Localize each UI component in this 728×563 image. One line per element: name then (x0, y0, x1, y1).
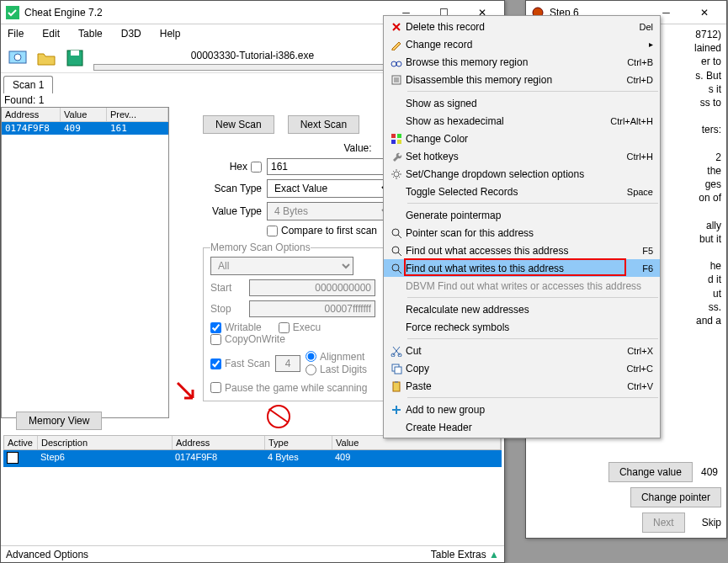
menu-item-find-out-what-accesses-this-address[interactable]: Find out what accesses this addressF5 (384, 242, 660, 259)
open-process-button[interactable] (6, 46, 29, 70)
menu-item-delete-this-record[interactable]: Delete this recordDel (384, 18, 660, 35)
svg-rect-10 (397, 134, 401, 138)
col-value[interactable]: Value (61, 108, 107, 121)
result-row[interactable]: 0174F9F8 409 161 (2, 122, 168, 135)
close-button[interactable]: ✕ (685, 2, 723, 24)
menu-item-add-to-new-group[interactable]: Add to new group (384, 401, 660, 418)
pause-checkbox[interactable] (210, 382, 221, 393)
context-menu: Delete this recordDelChange recordBrowse… (383, 15, 661, 438)
magnifier-icon (387, 245, 406, 257)
svg-rect-11 (391, 140, 396, 144)
menu-item-copy[interactable]: CopyCtrl+C (384, 359, 660, 377)
col-description[interactable]: Description (38, 436, 173, 449)
menu-item-dbvm-find-out-what-writes-or-accesses-this-address: DBVM Find out what writes or accesses th… (384, 277, 660, 295)
menu-item-recalculate-new-addresses[interactable]: Recalculate new addresses (384, 300, 660, 318)
edit-icon (387, 39, 406, 50)
svg-point-3 (14, 54, 21, 61)
mso-range-select[interactable]: All (210, 257, 353, 275)
memory-view-button[interactable]: Memory View (16, 412, 102, 430)
menu-item-set-hotkeys[interactable]: Set hotkeysCtrl+H (384, 147, 660, 165)
gear-icon (387, 168, 406, 180)
executable-checkbox[interactable] (279, 322, 290, 333)
skip-link[interactable]: Skip (702, 517, 721, 528)
menu-item-toggle-selected-records[interactable]: Toggle Selected RecordsSpace (384, 183, 660, 200)
magnifier-icon (387, 263, 406, 274)
disasm-icon (387, 74, 406, 86)
plus-icon (387, 404, 406, 416)
no-cheats-icon (267, 405, 290, 428)
fastscan-value[interactable] (275, 355, 300, 372)
svg-rect-9 (391, 134, 396, 138)
svg-point-13 (394, 172, 399, 177)
active-checkbox[interactable] (7, 452, 19, 464)
col-active[interactable]: Active (4, 436, 38, 449)
menu-item-browse-this-memory-region[interactable]: Browse this memory regionCtrl+B (384, 53, 660, 71)
value-input[interactable] (267, 158, 393, 175)
svg-rect-20 (395, 367, 401, 374)
menu-table[interactable]: Table (75, 26, 106, 41)
svg-rect-5 (71, 50, 79, 56)
menu-item-generate-pointermap[interactable]: Generate pointermap (384, 206, 660, 224)
menu-item-show-as-hexadecimal[interactable]: Show as hexadecimalCtrl+Alt+H (384, 112, 660, 130)
menu-file[interactable]: File (4, 26, 27, 41)
menu-item-create-header[interactable]: Create Header (384, 418, 660, 436)
magnifier-icon (387, 227, 406, 239)
new-scan-button[interactable]: New Scan (203, 115, 274, 134)
menu-item-paste[interactable]: PasteCtrl+V (384, 377, 660, 395)
change-value-button[interactable]: Change value (608, 462, 693, 482)
change-value-number: 409 (698, 466, 721, 478)
svg-point-6 (391, 61, 396, 66)
value-label: Value: (343, 142, 371, 154)
scan-type-label: Scan Type (203, 183, 262, 194)
menu-item-disassemble-this-memory-region[interactable]: Disassemble this memory regionCtrl+D (384, 71, 660, 88)
scan-tab[interactable]: Scan 1 (3, 76, 53, 93)
col-address[interactable]: Address (173, 436, 265, 449)
svg-point-14 (392, 229, 399, 236)
change-pointer-button[interactable]: Change pointer (630, 487, 721, 507)
svg-point-16 (392, 264, 399, 271)
menu-item-show-as-signed[interactable]: Show as signed (384, 94, 660, 112)
add-to-list-arrow-icon[interactable] (176, 381, 196, 401)
delete-icon (387, 21, 406, 33)
next-scan-button[interactable]: Next Scan (288, 115, 359, 134)
svg-point-7 (396, 61, 401, 66)
menu-item-change-color[interactable]: Change Color (384, 130, 660, 147)
cut-icon (387, 345, 406, 357)
menu-item-find-out-what-writes-to-this-address[interactable]: Find out what writes to this addressF6 (384, 259, 660, 277)
col-address[interactable]: Address (2, 108, 61, 121)
alignment-radio[interactable] (306, 351, 316, 362)
advanced-options-link[interactable]: Advanced Options (6, 549, 88, 560)
menu-item-cut[interactable]: CutCtrl+X (384, 342, 660, 359)
menu-d3d[interactable]: D3D (118, 26, 145, 41)
cow-checkbox[interactable] (210, 334, 221, 345)
open-button[interactable] (35, 46, 58, 70)
start-input[interactable] (249, 279, 375, 296)
lastdigits-radio[interactable] (306, 364, 316, 375)
menu-item-change-record[interactable]: Change record (384, 35, 660, 53)
menu-item-force-recheck-symbols[interactable]: Force recheck symbols (384, 318, 660, 336)
copy-icon (387, 363, 406, 374)
binocular-icon (387, 56, 406, 68)
scan-type-select[interactable]: Exact Value (267, 179, 393, 198)
svg-rect-21 (393, 382, 400, 391)
menu-item-set-change-dropdown-selection-options[interactable]: Set/Change dropdown selection options (384, 165, 660, 183)
palette-icon (387, 133, 406, 145)
writable-checkbox[interactable] (210, 322, 221, 333)
value-type-select[interactable]: 4 Bytes (267, 202, 393, 220)
stop-input[interactable] (249, 300, 375, 317)
fastscan-checkbox[interactable] (210, 359, 221, 369)
save-button[interactable] (63, 46, 87, 70)
compare-first-checkbox[interactable] (267, 226, 278, 236)
results-list[interactable]: Address Value Prev... 0174F9F8 409 161 (1, 107, 169, 418)
table-extras-link[interactable]: Table Extras (431, 549, 486, 560)
col-type[interactable]: Type (265, 436, 332, 449)
window-title: Cheat Engine 7.2 (24, 7, 387, 19)
col-previous[interactable]: Prev... (107, 108, 168, 121)
table-row[interactable]: Step6 0174F9F8 4 Bytes 409 (3, 450, 502, 467)
chevron-up-icon[interactable]: ▲ (489, 549, 499, 560)
menu-help[interactable]: Help (157, 26, 184, 41)
hex-checkbox[interactable] (251, 162, 262, 173)
menu-edit[interactable]: Edit (39, 26, 63, 41)
next-button: Next (642, 513, 685, 533)
menu-item-pointer-scan-for-this-address[interactable]: Pointer scan for this address (384, 224, 660, 242)
